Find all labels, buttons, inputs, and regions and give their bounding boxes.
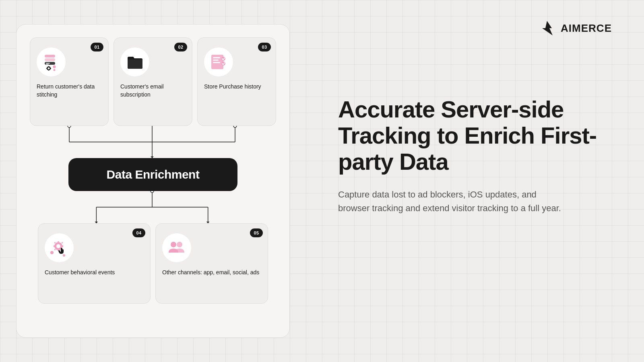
card-icon-05 — [162, 233, 191, 262]
card-number-04: 04 — [132, 228, 145, 237]
connectors-top — [29, 126, 277, 158]
top-cards-row: 01 — [29, 37, 277, 126]
card-01: 01 — [30, 37, 109, 126]
card-number-05: 05 — [250, 228, 263, 237]
card-icon-01 — [37, 47, 66, 76]
svg-rect-10 — [50, 68, 51, 69]
svg-rect-41 — [61, 242, 63, 243]
svg-rect-16 — [213, 62, 220, 63]
card-label-04: Customer behavioral events — [45, 269, 115, 277]
channels-icon — [166, 237, 187, 258]
svg-point-11 — [53, 66, 56, 68]
svg-rect-39 — [62, 245, 63, 247]
card-number-02: 02 — [174, 43, 187, 51]
main-content: Accurate Server-side Tracking to Enrich … — [338, 97, 612, 215]
svg-point-35 — [56, 244, 60, 248]
card-icon-04 — [45, 233, 74, 262]
logo-area: AIMERCE — [538, 19, 612, 37]
card-label-01: Return customer's data stitching — [37, 83, 102, 99]
svg-point-44 — [50, 251, 54, 254]
svg-point-25 — [68, 126, 71, 128]
svg-point-45 — [63, 254, 65, 257]
svg-rect-3 — [46, 63, 50, 64]
svg-marker-48 — [542, 21, 553, 35]
svg-rect-14 — [213, 57, 220, 58]
right-panel: AIMERCE Accurate Server-side Tracking to… — [306, 0, 644, 362]
card-label-03: Store Purchase history — [204, 83, 261, 91]
connectors-bottom — [29, 191, 277, 223]
card-04: 04 — [38, 223, 151, 304]
svg-rect-4 — [46, 64, 49, 65]
main-description: Capture data lost to ad blockers, iOS up… — [338, 188, 564, 215]
aimerce-logo-icon — [538, 19, 556, 37]
top-connectors-svg — [29, 126, 277, 158]
card-03: 03 Store Pu — [197, 37, 276, 126]
card-02: 02 Customer's email subscription — [114, 37, 192, 126]
card-icon-02 — [120, 47, 149, 76]
behavioral-events-icon — [49, 237, 70, 258]
svg-marker-24 — [151, 156, 154, 158]
purchase-history-icon — [208, 51, 229, 72]
svg-rect-7 — [48, 66, 49, 67]
svg-rect-8 — [48, 70, 49, 71]
card-label-05: Other channels: app, email, social, ads — [162, 269, 259, 277]
left-panel: 01 — [0, 0, 306, 362]
card-number-03: 03 — [258, 43, 271, 51]
svg-rect-15 — [213, 60, 219, 61]
main-heading: Accurate Server-side Tracking to Enrich … — [338, 97, 612, 175]
card-label-02: Customer's email subscription — [120, 83, 186, 99]
svg-rect-0 — [45, 55, 55, 58]
svg-point-6 — [48, 68, 50, 70]
bottom-connectors-svg — [29, 191, 277, 223]
logo-text: AIMERCE — [561, 22, 612, 35]
card-05: 05 Other channels: app, email, social, a… — [155, 223, 268, 304]
svg-point-12 — [54, 69, 56, 71]
enrichment-box: Data Enrichment — [68, 158, 237, 191]
diagram-container: 01 — [16, 24, 290, 338]
data-stitching-icon — [41, 51, 62, 72]
svg-point-47 — [177, 242, 182, 247]
enrichment-label: Data Enrichment — [107, 168, 200, 181]
svg-point-33 — [151, 191, 154, 193]
svg-rect-38 — [54, 245, 55, 247]
email-folder-icon — [124, 51, 145, 72]
svg-rect-9 — [46, 68, 47, 69]
bottom-cards-row: 04 — [29, 223, 277, 304]
card-icon-03 — [204, 47, 233, 76]
svg-rect-36 — [58, 241, 59, 243]
svg-point-46 — [171, 242, 176, 247]
svg-rect-1 — [45, 58, 55, 61]
svg-point-26 — [233, 126, 237, 128]
card-number-01: 01 — [91, 43, 103, 51]
